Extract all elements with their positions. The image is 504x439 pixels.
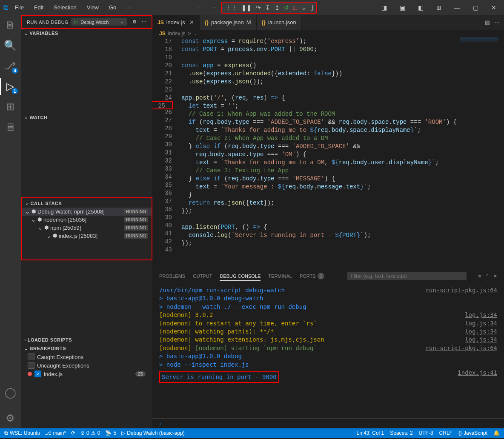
scm-icon[interactable]: ⎇4 [0, 59, 20, 73]
remote-status[interactable]: ⧉ WSL: Ubuntu [4, 430, 40, 436]
drag-handle-icon[interactable]: ⋮⋮ [225, 4, 237, 11]
stop-icon[interactable]: □ [293, 4, 297, 11]
maximize-icon[interactable]: ▢ [469, 4, 483, 11]
callstack-row[interactable]: ⌄⬢index.js [25083]RUNNING [22, 232, 152, 240]
code-line[interactable]: } else if (req.body.type === 'MESSAGE') … [181, 175, 504, 183]
debug-status[interactable]: ▷ Debug Watch (basic-app) [121, 430, 185, 436]
console-line[interactable]: > nodemon --watch ./ --exec npm run debu… [159, 303, 497, 311]
run-config-select[interactable]: ▷ Debug Watch ⌄ [71, 18, 127, 26]
callstack-section-head[interactable]: ⌄CALL STACK [22, 199, 152, 208]
console-line[interactable]: [nodemon] watching path(s): **/*log.js:3… [159, 328, 497, 336]
source-link[interactable]: log.js:34 [465, 319, 497, 328]
layout-bottom-icon[interactable]: ▣ [395, 4, 410, 11]
git-branch[interactable]: ⎇ main* [45, 430, 66, 436]
word-wrap-icon[interactable]: ≡ [478, 274, 481, 279]
menu-go[interactable]: Go [106, 3, 120, 11]
code-line[interactable]: app.post('/', (req, res) => { [181, 94, 504, 102]
checkbox-on-icon[interactable]: ✓ [34, 371, 41, 377]
line-number[interactable]: 27 [152, 117, 172, 125]
menu-selection[interactable]: Selection [50, 3, 80, 11]
play-icon[interactable]: ▷ [74, 19, 78, 25]
console-line[interactable]: /usr/bin/npm run-script debug-watchrun-s… [159, 286, 497, 294]
source-link[interactable]: run-script-pkg.js:64 [425, 286, 497, 294]
console-line[interactable]: > node --inspect index.js [159, 361, 497, 369]
line-number[interactable]: 41 [152, 230, 172, 238]
line-number[interactable]: 34 [152, 173, 172, 181]
cursor-pos[interactable]: Ln 43, Col 1 [357, 430, 384, 436]
callstack-row[interactable]: ⌄⬢npm [25059]RUNNING [22, 224, 152, 232]
source-link[interactable]: index.js:41 [458, 369, 497, 385]
console-line[interactable]: [nodemon] [nodemon] starting `npm run de… [159, 344, 497, 352]
remote-icon[interactable]: 🖥 [0, 120, 20, 134]
line-number[interactable]: 33 [152, 165, 172, 173]
source-link[interactable]: log.js:34 [465, 336, 497, 344]
debug-config-dots[interactable]: ⌋ [311, 4, 313, 11]
line-number[interactable]: 21 [152, 70, 172, 78]
console-line[interactable]: > basic-app@1.0.0 debug [159, 352, 497, 360]
panel-tab-problems[interactable]: PROBLEMS [159, 272, 185, 280]
menu-edit[interactable]: Edit [31, 3, 47, 11]
restart-icon[interactable]: ↺ [284, 4, 289, 11]
search-icon[interactable]: 🔍 [0, 39, 20, 52]
line-number[interactable]: 22 [152, 78, 172, 86]
console-line[interactable]: [nodemon] 3.0.2log.js:34 [159, 311, 497, 319]
errors-warns[interactable]: ⊘ 0 ⚠ 0 [80, 430, 100, 436]
panel-tab-ports[interactable]: PORTS5 [300, 271, 324, 281]
console-line[interactable]: > basic-app@1.0.0 debug-watch [159, 294, 497, 302]
minimize-icon[interactable]: — [450, 4, 464, 11]
pause-icon[interactable]: ❚❚ [241, 4, 252, 11]
code-line[interactable]: }); [181, 207, 504, 215]
line-number[interactable]: 40 [152, 222, 172, 230]
watch-section-head[interactable]: ⌄WATCH [21, 113, 152, 122]
explorer-icon[interactable]: 🗎 [0, 18, 20, 32]
code-line[interactable]: text = `Thanks for adding me to a DM, ${… [181, 159, 504, 167]
console-final[interactable]: Server is running in port - 9000index.js… [159, 369, 497, 385]
nav-back-icon[interactable]: ← [195, 4, 205, 11]
step-out-icon[interactable]: ↥ [275, 4, 280, 11]
callstack-row[interactable]: ⌄⬢Debug Watch: npm [25008]RUNNING [22, 208, 152, 216]
more-icon[interactable]: ⋯ [494, 19, 500, 26]
code-line[interactable]: }); [181, 239, 504, 248]
code-line[interactable]: text = `Thanks for adding me to ${req.bo… [181, 126, 504, 134]
line-number[interactable]: 30 [152, 141, 172, 149]
debug-config-chevron-icon[interactable]: ⌄ [301, 4, 306, 11]
chevron-down-icon[interactable]: ⌄ [120, 19, 124, 25]
callstack-row[interactable]: ⌄⬢nodemon [25036]RUNNING [22, 216, 152, 224]
bell-icon[interactable]: 🔔 [493, 430, 500, 436]
code-line[interactable] [181, 86, 504, 94]
more-icon[interactable]: ⋯ [142, 19, 146, 25]
code-line[interactable]: const PORT = process.env.PORT || 9000; [181, 46, 504, 54]
indent-status[interactable]: Spaces: 2 [390, 430, 412, 436]
gear-icon[interactable]: ⚙ [132, 19, 137, 25]
settings-icon[interactable]: ⚙ [0, 411, 20, 425]
step-into-icon[interactable]: ↧ [265, 4, 270, 11]
nav-fwd-icon[interactable]: → [208, 4, 218, 11]
breadcrumb[interactable]: JS index.js > ... [152, 30, 504, 37]
extensions-icon[interactable]: ⊞ [0, 100, 20, 114]
tab-launch.json[interactable]: {}launch.json [257, 15, 302, 30]
code-line[interactable]: } [181, 191, 504, 199]
line-number[interactable]: 20 [152, 62, 172, 70]
source-link[interactable]: run-script-pkg.js:64 [425, 344, 497, 352]
layout-right-icon[interactable]: ◧ [414, 4, 428, 11]
code-line[interactable]: .use(express.urlencoded({extended: false… [181, 70, 504, 78]
menu-view[interactable]: View [83, 3, 102, 11]
line-number[interactable]: 35 [152, 181, 172, 189]
line-number[interactable]: 36 [152, 189, 172, 197]
code-line[interactable]: app.listen(PORT, () => { [181, 223, 504, 231]
bp-uncaught[interactable]: Uncaught Exceptions [21, 361, 152, 370]
code-line[interactable]: .use(express.json()); [181, 78, 504, 86]
debug-icon[interactable]: ▷1 [0, 80, 20, 93]
code-line[interactable] [181, 215, 504, 223]
close-icon[interactable]: ✕ [189, 19, 194, 26]
split-icon[interactable]: ▥ [485, 19, 490, 26]
line-number[interactable]: 39 [152, 214, 172, 222]
variables-section-head[interactable]: ⌄VARIABLES [21, 29, 152, 37]
code-line[interactable]: const app = express() [181, 62, 504, 70]
line-number[interactable]: 37 [152, 197, 172, 205]
code-line[interactable]: text = `Your message : ${req.body.messag… [181, 183, 504, 191]
breakpoints-section-head[interactable]: ⌄BREAKPOINTS [21, 344, 152, 353]
checkbox-icon[interactable] [28, 362, 34, 369]
code-line[interactable]: return res.json({text}); [181, 199, 504, 207]
code-line[interactable] [181, 248, 504, 256]
